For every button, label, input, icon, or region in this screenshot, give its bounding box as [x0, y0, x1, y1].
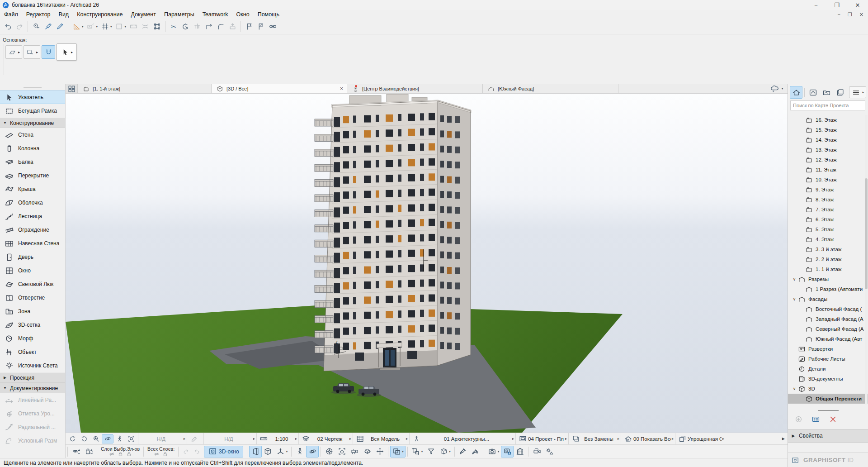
menu-item-7[interactable]: Teamwork	[198, 11, 232, 18]
walk-button[interactable]	[113, 434, 125, 443]
tree-item-25[interactable]: Рабочие Листы	[788, 354, 868, 364]
coords-button[interactable]: ▾	[85, 21, 99, 32]
menu-item-1[interactable]: Файл	[0, 11, 22, 18]
toolbox-item-cursor[interactable]: Указатель	[0, 91, 65, 104]
dropdown-arrow-icon[interactable]: ▾	[421, 450, 423, 453]
pan-view-button[interactable]	[373, 446, 386, 457]
toolbox-item-beam[interactable]: Балка	[0, 155, 65, 169]
brush-button[interactable]	[457, 446, 469, 457]
layers-panel-button[interactable]: ▾	[390, 446, 406, 457]
eye-off-icon[interactable]	[154, 452, 159, 457]
pickup-button[interactable]	[30, 21, 42, 32]
flyout-arrow-icon[interactable]: ▸	[349, 437, 351, 441]
undo-button[interactable]	[2, 21, 14, 32]
eye-restore-button[interactable]	[70, 446, 82, 457]
tree-item-12[interactable]: 5. Этаж	[788, 224, 868, 234]
options-overflow-arrow[interactable]: ▶	[782, 437, 788, 441]
flyout-arrow-icon[interactable]: ▸	[512, 437, 514, 441]
orbit-box-button[interactable]	[361, 446, 373, 457]
dropdown-arrow-icon[interactable]: ▾	[782, 87, 783, 91]
toolbox-item-shell[interactable]: Оболочка	[0, 196, 65, 210]
refresh-window-icon[interactable]	[791, 456, 800, 465]
tree-item-22[interactable]: Северный Фасад (А	[788, 324, 868, 334]
dropdown-arrow-icon[interactable]: ▾	[125, 25, 127, 29]
tree-item-13[interactable]: 4. Этаж	[788, 234, 868, 244]
fit-view-button[interactable]	[125, 434, 137, 443]
properties-section[interactable]: ▶ Свойства	[788, 429, 868, 443]
child-minimize-icon[interactable]: −	[837, 12, 840, 18]
quick-option-scale-ruler[interactable]: 1:100▸	[256, 433, 298, 444]
navigator-menu-button[interactable]: ▸	[849, 86, 866, 98]
flyout-arrow-icon[interactable]: ▸	[618, 437, 619, 441]
flyout-arrow-icon[interactable]: ▸	[565, 437, 567, 441]
axon-button[interactable]	[262, 446, 274, 457]
toolbox-item-roof[interactable]: Крыша	[0, 182, 65, 196]
adjust-button[interactable]	[226, 21, 238, 32]
toolbar-grip[interactable]	[4, 44, 4, 75]
toolbox-item-object[interactable]: Объект	[0, 345, 65, 359]
chevron-right-icon[interactable]: ▶	[0, 376, 10, 380]
tree-item-24[interactable]: Развертки	[788, 344, 868, 354]
toolbox-item-morph[interactable]: Морф	[0, 332, 65, 345]
tree-item-15[interactable]: 2. 2-й этаж	[788, 254, 868, 264]
eye-off-icon[interactable]	[109, 452, 114, 457]
tree-item-14[interactable]: 3. 3-й этаж	[788, 244, 868, 254]
clip-box-button[interactable]: ▾	[437, 446, 453, 457]
toolbox-section-22[interactable]: ▼Документирование	[0, 383, 65, 393]
tree-item-2[interactable]: 15. Этаж	[788, 125, 868, 135]
flag-button[interactable]	[243, 21, 255, 32]
child-window-controls[interactable]: −❐✕	[837, 12, 863, 18]
tree-item-3[interactable]: 14. Этаж	[788, 135, 868, 145]
trim-button[interactable]	[191, 21, 203, 32]
project-map-button[interactable]	[790, 86, 802, 99]
expander-open-icon[interactable]: ∨	[792, 386, 797, 391]
dropdown-arrow-icon[interactable]: ▾	[449, 450, 451, 453]
filter-box-button[interactable]	[425, 446, 437, 457]
quick-option-renovation[interactable]: 00 Показать Все Э...▸	[621, 433, 675, 444]
dropdown-arrow-icon[interactable]: ▾	[96, 25, 98, 29]
toolbox-item-dim-linear[interactable]: Линейный Ра...	[0, 393, 65, 407]
tab-bar-settings-button[interactable]: ▾	[766, 84, 788, 93]
tree-item-7[interactable]: 10. Этаж	[788, 175, 868, 185]
toolbox-item-marquee[interactable]: Бегущая Рамка	[0, 104, 65, 118]
corner-button[interactable]	[203, 21, 215, 32]
flyout-arrow-icon[interactable]: ▸	[36, 50, 38, 54]
flyout-arrow-icon[interactable]: ▸	[862, 91, 864, 94]
persp-button[interactable]	[249, 446, 262, 457]
close-button[interactable]: ✕	[847, 0, 868, 10]
lock-restore-button[interactable]	[82, 446, 95, 457]
dropdown-arrow-icon[interactable]: ▾	[82, 25, 84, 29]
history-forward-button[interactable]	[78, 434, 90, 443]
toolbox-item-window[interactable]: Окно	[0, 264, 65, 277]
tab-2[interactable]: [3D / Все]×	[212, 84, 347, 93]
layout-book-button[interactable]	[820, 86, 833, 99]
tree-scrollbar-thumb[interactable]	[865, 178, 868, 289]
cursor-button[interactable]: ▸	[57, 43, 77, 61]
marquee-arrow-button[interactable]: ▸	[24, 45, 40, 59]
dropdown-arrow-icon[interactable]: ▾	[286, 450, 288, 453]
inject-button[interactable]	[42, 21, 54, 32]
tree-item-8[interactable]: 9. Этаж	[788, 185, 868, 195]
flyout-arrow-icon[interactable]: ▸	[71, 50, 73, 54]
undo-button[interactable]	[191, 447, 202, 457]
dropdown-arrow-icon[interactable]: ▾	[498, 450, 500, 453]
navigator-footer-grip[interactable]	[788, 408, 868, 413]
publisher-button[interactable]	[834, 86, 846, 99]
fly-camera-button[interactable]	[530, 446, 543, 457]
menu-item-5[interactable]: Документ	[127, 11, 160, 18]
quick-option-pen-set[interactable]: 01 Архитектурны...▸	[409, 433, 515, 444]
tab-overview-button[interactable]	[66, 84, 78, 93]
brush-drop-button[interactable]	[469, 446, 482, 457]
tree-item-21[interactable]: Западный Фасад (А	[788, 314, 868, 324]
settings-box-button[interactable]	[811, 414, 821, 424]
group-sel-button[interactable]: ▾	[410, 446, 425, 457]
tree-item-6[interactable]: 11. Этаж	[788, 165, 868, 175]
toolbox-item-wall[interactable]: Стена	[0, 128, 65, 142]
quick-option-pen-none[interactable]	[187, 433, 203, 444]
chevron-down-icon[interactable]: ▼	[0, 386, 10, 390]
flyout-arrow-icon[interactable]: ▸	[672, 437, 674, 441]
redo-button[interactable]	[180, 447, 191, 457]
stretch-button[interactable]	[139, 21, 151, 32]
menu-item-8[interactable]: Окно	[232, 11, 254, 18]
redo-button[interactable]	[14, 21, 25, 32]
